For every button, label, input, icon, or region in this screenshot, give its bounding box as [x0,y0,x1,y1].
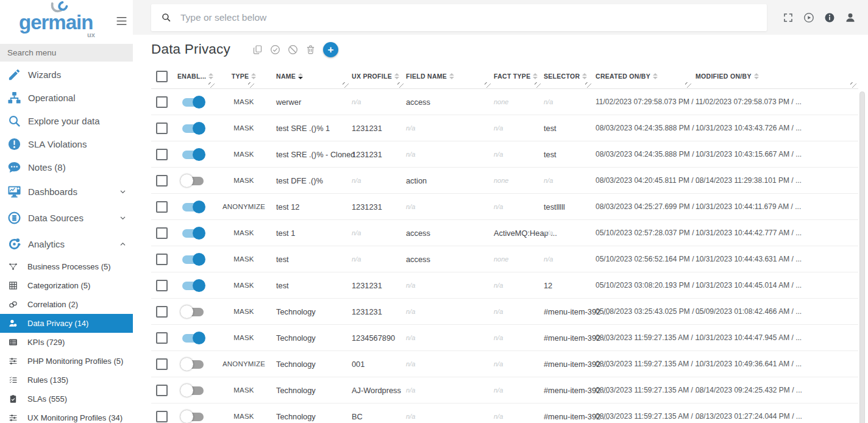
sidebar-item-categorization-5[interactable]: Categorization (5) [0,276,133,295]
table-row[interactable]: MASK test 1231231 n/a n/a 12 05/10/2023 … [151,272,858,299]
cell-enabled [174,280,216,290]
table-row[interactable]: MASK test SRE .()% 1 1231231 n/a n/a tes… [151,115,858,141]
enabled-toggle[interactable] [182,413,204,421]
row-checkbox[interactable] [156,306,168,318]
disable-button[interactable] [288,44,298,55]
column-header-ux-profile[interactable]: UX PROFILE [350,64,405,88]
global-search-input[interactable] [179,12,767,24]
row-checkbox[interactable] [156,96,168,108]
row-checkbox[interactable] [156,280,168,291]
column-header-modified-on-by[interactable]: MODIFIED ON/BY [693,64,858,88]
sidebar-item-kpis-729[interactable]: KPIs (729) [0,333,133,352]
user-button[interactable] [845,12,856,23]
sidebar-item-explore-your-data[interactable]: Explore your data [0,109,133,132]
table-row[interactable]: MASK test 1 n/a access ActiveMQ:Heap ...… [151,220,858,246]
fullscreen-button[interactable] [783,12,794,23]
sidebar: germain ux WizardsOperationalExplore you… [0,0,133,423]
cell-ux-profile: 1234567890 [350,333,405,343]
select-all-checkbox[interactable] [156,71,168,82]
sidebar-item-dashboards[interactable]: Dashboards [0,179,133,205]
table-row[interactable]: MASK Technology 1231231 n/a n/a #menu-it… [151,299,858,325]
enabled-toggle[interactable] [182,334,204,343]
delete-button[interactable] [305,44,316,55]
table-row[interactable]: ANONYMIZE test 12 1231231 n/a n/a testll… [151,194,858,220]
sidebar-item-operational[interactable]: Operational [0,86,133,109]
column-header-selector[interactable]: SELECTOR [542,64,593,88]
sidebar-item-business-processes-5[interactable]: Business Processes (5) [0,257,133,276]
sidebar-item-analytics[interactable]: Analytics [0,231,133,257]
column-header-fact-type[interactable]: FACT TYPE [493,64,542,88]
table-row[interactable]: MASK test SRE .()% - Cloned 1231231 n/a … [151,141,858,168]
column-header-enabled[interactable]: ENABL... [174,64,216,88]
sidebar-item-ux-monitoring-profiles-34[interactable]: UX Monitoring Profiles (34) [0,408,133,423]
table-row[interactable]: MASK test n/a access none n/a 05/10/2023… [151,246,858,272]
column-resize-handle[interactable] [248,82,254,88]
info-button[interactable] [824,12,835,23]
add-button[interactable]: + [323,42,338,57]
enabled-toggle[interactable] [182,386,204,395]
row-checkbox[interactable] [156,254,168,265]
row-checkbox[interactable] [156,411,168,422]
sidebar-item-slas-555[interactable]: SLAs (555) [0,389,133,408]
row-checkbox[interactable] [156,201,168,213]
sidebar-item-notes-8[interactable]: Notes (8) [0,155,133,179]
column-resize-handle[interactable] [850,82,856,88]
table-row[interactable]: MASK test DFE .()% n/a action none n/a 0… [151,168,858,194]
row-checkbox[interactable] [156,358,168,370]
enabled-toggle[interactable] [182,203,204,212]
row-checkbox[interactable] [156,332,168,344]
enabled-toggle[interactable] [182,151,204,159]
cell-modified-on-by: 10/31/2023 10:49:36.641 AM / ... [693,360,858,368]
row-checkbox[interactable] [156,149,168,160]
sidebar-item-wizards[interactable]: Wizards [0,63,133,86]
enabled-toggle[interactable] [182,282,204,290]
sidebar-item-label: Dashboards [28,187,77,197]
table-row[interactable]: ANONYMIZE Technology 001 n/a n/a #menu-i… [151,351,858,377]
sidebar-item-sla-violations[interactable]: SLA Violations [0,132,133,155]
approve-button[interactable] [270,44,280,55]
row-checkbox[interactable] [156,123,168,134]
copy-button[interactable] [252,44,263,55]
enabled-toggle[interactable] [182,308,204,316]
column-header-field-name[interactable]: FIELD NAME [405,64,493,88]
sidebar-item-rules-135[interactable]: Rules (135) [0,371,133,389]
column-header-type[interactable]: TYPE [232,64,257,88]
sidebar-item-correlation-2[interactable]: Correlation (2) [0,295,133,314]
row-checkbox[interactable] [156,175,168,187]
row-checkbox[interactable] [156,385,168,396]
enabled-toggle[interactable] [182,360,204,369]
enabled-toggle[interactable] [182,177,204,185]
enabled-toggle[interactable] [182,229,204,238]
dashboard-icon [7,185,21,199]
sidebar-item-data-sources[interactable]: Data Sources [0,205,133,231]
play-button[interactable] [803,12,814,23]
column-header-created-on-by[interactable]: CREATED ON/BY [593,64,693,88]
sidebar-collapse-button[interactable] [114,13,129,29]
global-search[interactable] [151,4,767,31]
row-checkbox-cell [151,227,174,239]
column-resize-handle[interactable] [343,82,349,88]
column-resize-handle[interactable] [485,82,491,88]
enabled-toggle[interactable] [182,255,204,264]
cell-fact-type: n/a [493,151,542,158]
logo: germain ux [0,0,133,43]
column-resize-handle[interactable] [208,82,215,88]
sidebar-item-php-monitoring-profiles-5[interactable]: PHP Monitoring Profiles (5) [0,352,133,371]
table-row[interactable]: MASK Technology 1234567890 n/a n/a #menu… [151,325,858,351]
sidebar-item-data-privacy-14[interactable]: Data Privacy (14) [0,314,133,333]
table-row[interactable]: MASK Technology BC n/a n/a #menu-item-39… [151,403,858,423]
column-header-name[interactable]: NAME [271,64,350,88]
menu-search-input[interactable] [0,44,133,62]
cell-ux-profile: n/a [350,229,405,236]
sort-carets-icon [208,73,213,79]
column-resize-handle[interactable] [535,82,541,88]
vertical-scrollbar-thumb[interactable] [859,91,865,423]
column-resize-handle[interactable] [585,82,591,88]
enabled-toggle[interactable] [182,124,204,133]
row-checkbox[interactable] [156,227,168,239]
column-resize-handle[interactable] [397,82,404,88]
enabled-toggle[interactable] [182,98,204,107]
table-row[interactable]: MASK werwer n/a access none n/a 11/02/20… [151,89,858,115]
table-row[interactable]: MASK Technology AJ-Wordpress n/a n/a #me… [151,377,858,403]
column-resize-handle[interactable] [685,82,691,88]
